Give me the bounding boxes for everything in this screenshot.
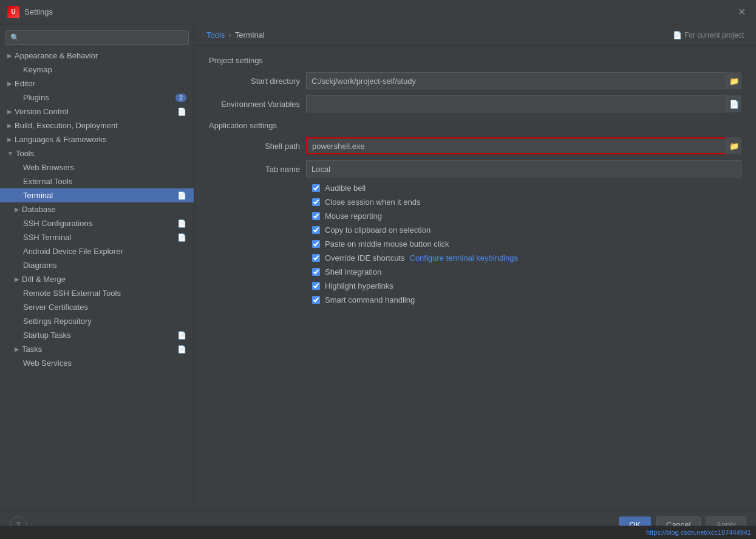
sidebar-label-ssh-configurations: SSH Configurations bbox=[23, 219, 92, 228]
sidebar-item-web-services[interactable]: Web Services bbox=[0, 356, 194, 370]
sidebar-item-terminal[interactable]: Terminal📄 bbox=[0, 188, 194, 202]
start-directory-input[interactable] bbox=[306, 72, 741, 89]
sidebar-item-appearance[interactable]: ▶Appearance & Behavior bbox=[0, 49, 194, 63]
checkbox-override-ide[interactable] bbox=[312, 254, 320, 262]
sidebar-item-settings-repo[interactable]: Settings Repository bbox=[0, 314, 194, 328]
sidebar-item-database[interactable]: ▶Database bbox=[0, 202, 194, 216]
breadcrumb-project: 📄 For current project bbox=[673, 31, 744, 39]
sidebar-items-container: ▶Appearance & BehaviorKeymap▶EditorPlugi… bbox=[0, 49, 194, 370]
sidebar-item-ssh-terminal[interactable]: SSH Terminal📄 bbox=[0, 230, 194, 244]
sidebar-item-tasks[interactable]: ▶Tasks📄 bbox=[0, 342, 194, 356]
start-directory-row: Start directory 📁 bbox=[209, 72, 741, 89]
checkbox-label-shell-integration: Shell integration bbox=[325, 267, 381, 276]
sidebar-label-diagrams: Diagrams bbox=[23, 261, 57, 270]
env-variables-input[interactable] bbox=[306, 95, 741, 112]
breadcrumb-separator: › bbox=[228, 30, 231, 39]
sidebar-label-plugins: Plugins bbox=[23, 93, 49, 102]
close-button[interactable]: ✕ bbox=[734, 5, 749, 19]
checkbox-label-paste-middle: Paste on middle mouse button click bbox=[325, 239, 449, 249]
config-link-override-ide[interactable]: Configure terminal keybindings bbox=[410, 253, 518, 263]
checkbox-mouse-reporting[interactable] bbox=[312, 212, 320, 220]
checkbox-paste-middle[interactable] bbox=[312, 240, 320, 248]
tab-name-label: Tab name bbox=[209, 165, 306, 174]
sidebar-item-build[interactable]: ▶Build, Execution, Deployment bbox=[0, 118, 194, 132]
icon-terminal: 📄 bbox=[177, 191, 186, 200]
shell-path-browse-button[interactable]: 📁 bbox=[726, 137, 741, 154]
checkbox-label-close-session: Close session when it ends bbox=[325, 197, 421, 207]
sidebar-label-web-browsers: Web Browsers bbox=[23, 163, 74, 172]
sidebar-item-diagrams[interactable]: Diagrams bbox=[0, 258, 194, 272]
sidebar-label-keymap: Keymap bbox=[23, 65, 52, 74]
sidebar-label-ssh-terminal: SSH Terminal bbox=[23, 233, 71, 242]
tab-name-input-wrap bbox=[306, 160, 741, 177]
sidebar-item-keymap[interactable]: Keymap bbox=[0, 63, 194, 77]
checkbox-highlight-hyperlinks[interactable] bbox=[312, 282, 320, 290]
breadcrumb-project-label: For current project bbox=[684, 31, 744, 39]
breadcrumb: Tools › Terminal 📄 For current project bbox=[194, 24, 756, 46]
sidebar-item-version-control[interactable]: ▶Version Control📄 bbox=[0, 105, 194, 118]
sidebar-label-settings-repo: Settings Repository bbox=[23, 317, 92, 326]
sidebar-item-ssh-configurations[interactable]: SSH Configurations📄 bbox=[0, 216, 194, 230]
sidebar-item-web-browsers[interactable]: Web Browsers bbox=[0, 160, 194, 174]
checkbox-label-smart-command: Smart command handling bbox=[325, 295, 415, 304]
checkbox-row-shell-integration: Shell integration bbox=[209, 267, 741, 276]
checkbox-close-session[interactable] bbox=[312, 198, 320, 206]
sidebar-item-tools[interactable]: ▼Tools bbox=[0, 146, 194, 160]
checkbox-row-mouse-reporting: Mouse reporting bbox=[209, 211, 741, 221]
checkbox-row-paste-middle: Paste on middle mouse button click bbox=[209, 239, 741, 249]
sidebar-label-startup-tasks: Startup Tasks bbox=[23, 331, 71, 340]
search-input[interactable] bbox=[5, 30, 189, 45]
shell-path-row: Shell path 📁 bbox=[209, 137, 741, 154]
shell-path-input-wrap: 📁 bbox=[306, 137, 741, 154]
sidebar-label-editor: Editor bbox=[15, 79, 35, 88]
icon-version-control: 📄 bbox=[177, 108, 186, 116]
tab-name-input[interactable] bbox=[306, 160, 741, 177]
expand-arrow-build: ▶ bbox=[7, 122, 12, 129]
breadcrumb-terminal: Terminal bbox=[235, 30, 265, 39]
checkbox-shell-integration[interactable] bbox=[312, 268, 320, 276]
icon-ssh-terminal: 📄 bbox=[177, 233, 186, 242]
sidebar-item-external-tools[interactable]: External Tools bbox=[0, 174, 194, 188]
main-layout: ▶Appearance & BehaviorKeymap▶EditorPlugi… bbox=[0, 24, 756, 510]
checkbox-label-highlight-hyperlinks: Highlight hyperlinks bbox=[325, 281, 393, 290]
sidebar-label-remote-ssh: Remote SSH External Tools bbox=[23, 289, 121, 298]
breadcrumb-tools[interactable]: Tools bbox=[206, 30, 225, 39]
sidebar-item-startup-tasks[interactable]: Startup Tasks📄 bbox=[0, 328, 194, 342]
sidebar-item-android-device[interactable]: Android Device File Explorer bbox=[0, 244, 194, 258]
start-directory-browse-button[interactable]: 📁 bbox=[726, 72, 741, 89]
badge-plugins: 2 bbox=[175, 94, 186, 102]
content-area: Tools › Terminal 📄 For current project P… bbox=[194, 24, 756, 510]
sidebar-label-diff-merge: Diff & Merge bbox=[22, 275, 66, 284]
app-icon: U bbox=[7, 6, 19, 18]
expand-arrow-database: ▶ bbox=[15, 206, 19, 213]
expand-arrow-tools: ▼ bbox=[7, 150, 13, 157]
status-url: https://blog.csdn.net/xcc197444941 bbox=[646, 529, 751, 536]
expand-arrow-version-control: ▶ bbox=[7, 108, 12, 115]
sidebar-item-diff-merge[interactable]: ▶Diff & Merge bbox=[0, 272, 194, 286]
sidebar-label-android-device: Android Device File Explorer bbox=[23, 247, 123, 256]
sidebar-label-tasks: Tasks bbox=[22, 345, 42, 354]
expand-arrow-tasks: ▶ bbox=[15, 346, 19, 352]
icon-tasks: 📄 bbox=[177, 345, 186, 354]
sidebar-label-appearance: Appearance & Behavior bbox=[15, 51, 98, 60]
checkbox-rows: Audible bellClose session when it endsMo… bbox=[209, 184, 741, 304]
checkbox-row-audible-bell: Audible bell bbox=[209, 184, 741, 193]
checkbox-copy-clipboard[interactable] bbox=[312, 226, 320, 234]
checkbox-smart-command[interactable] bbox=[312, 296, 320, 304]
env-variables-input-wrap: 📄 bbox=[306, 95, 741, 112]
start-directory-input-wrap: 📁 bbox=[306, 72, 741, 89]
sidebar-item-plugins[interactable]: Plugins2 bbox=[0, 91, 194, 105]
checkbox-audible-bell[interactable] bbox=[312, 184, 320, 192]
icon-ssh-configurations: 📄 bbox=[177, 219, 186, 228]
env-variables-browse-button[interactable]: 📄 bbox=[726, 95, 741, 112]
env-variables-label: Environment Variables bbox=[209, 100, 306, 109]
shell-path-label: Shell path bbox=[209, 142, 306, 151]
form-content: Project settings Start directory 📁 Envir… bbox=[194, 46, 756, 319]
sidebar-item-server-certs[interactable]: Server Certificates bbox=[0, 300, 194, 314]
title-bar: U Settings ✕ bbox=[0, 0, 756, 24]
sidebar-item-editor[interactable]: ▶Editor bbox=[0, 77, 194, 91]
shell-path-input[interactable] bbox=[306, 137, 741, 154]
sidebar-label-web-services: Web Services bbox=[23, 359, 72, 368]
sidebar-item-remote-ssh[interactable]: Remote SSH External Tools bbox=[0, 286, 194, 300]
sidebar-item-languages[interactable]: ▶Languages & Frameworks bbox=[0, 132, 194, 146]
